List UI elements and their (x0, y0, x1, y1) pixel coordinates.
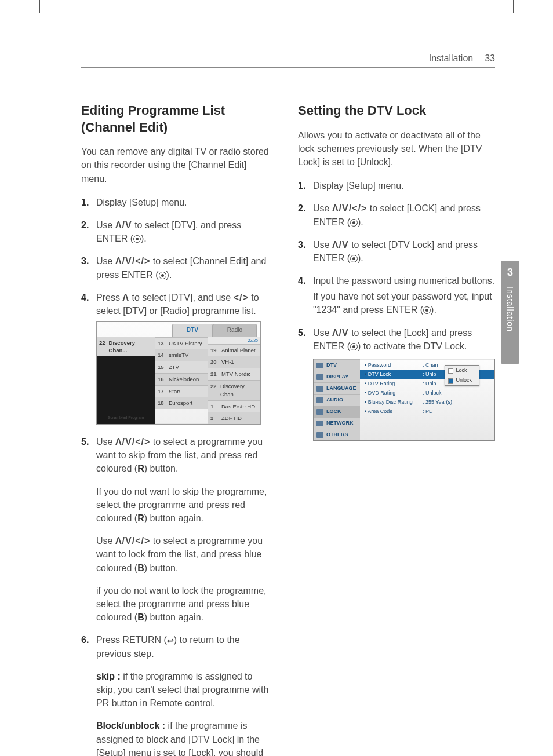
list-item: 19Animal Planet (208, 344, 260, 356)
left-step-1: Display [Setup] menu. (81, 196, 270, 209)
left-heading: Editing Programme List (Channel Edit) (81, 103, 270, 136)
right-heading: Setting the DTV Lock (298, 103, 495, 119)
arrows-icon: Λ/V (115, 220, 132, 230)
arrows-icon: Λ/V/</> (115, 256, 150, 266)
left-step-6: Press RETURN (↩) to return to the previo… (81, 633, 270, 756)
list-item: 13UKTV History (155, 337, 208, 349)
return-icon: ↩ (167, 635, 174, 647)
menu-item: LOCK (314, 406, 360, 417)
list-item: 18Eurosport (155, 397, 208, 409)
enter-icon (350, 343, 358, 350)
list-item: 22Discovery Chan... (208, 380, 260, 400)
enter-icon (423, 306, 431, 314)
fig1-list-b: 22/25 19Animal Planet20VH-121MTV Nordic2… (208, 337, 260, 425)
fig1-preview: 22 Discovery Chan... Scrambled Program (97, 337, 155, 425)
enter-icon (159, 272, 166, 279)
list-item: 1Das Erste HD (208, 400, 260, 412)
list-item: 17Star! (155, 385, 208, 397)
left-steps: Display [Setup] menu. Use Λ/V to select … (81, 196, 270, 756)
page-header: Installation 33 (81, 53, 495, 68)
arrows-icon: Λ/V/</> (115, 437, 150, 447)
left-column: Editing Programme List (Channel Edit) Yo… (81, 103, 270, 756)
list-item: 16Nickelodeon (155, 373, 208, 385)
side-tab-number: 3 (501, 261, 519, 279)
right-steps: Display [Setup] menu. Use Λ/V/</> to sel… (298, 179, 495, 441)
list-item: 20VH-1 (208, 356, 260, 368)
right-step-1: Display [Setup] menu. (298, 179, 495, 192)
left-step-4: Press Λ to select [DTV], and use </> to … (81, 291, 270, 425)
list-item: 15ZTV (155, 361, 208, 373)
dtv-lock-figure: DTVDISPLAYLANGUAGEAUDIOLOCKNETWORKOTHERS… (313, 359, 495, 441)
page-number: 33 (485, 53, 495, 64)
arrows-icon: Λ/V/</> (332, 203, 367, 213)
enter-icon (133, 235, 141, 243)
fig2-menu: DTVDISPLAYLANGUAGEAUDIOLOCKNETWORKOTHERS (314, 359, 360, 440)
page: Installation 33 Editing Programme List (… (0, 0, 553, 756)
menu-item: AUDIO (314, 394, 360, 406)
fig1-tab-dtv: DTV (172, 324, 213, 337)
arrows-icon: Λ/V (332, 328, 349, 338)
option-row: Area Code: PL (360, 407, 494, 416)
up-arrow-icon: Λ (122, 293, 129, 302)
right-column: Setting the DTV Lock Allows you to activ… (298, 103, 495, 756)
menu-item: LANGUAGE (314, 382, 360, 394)
enter-icon (350, 255, 358, 262)
menu-item: DTV (314, 359, 360, 371)
fig1-list-a: 13UKTV History14smileTV15ZTV16Nickelodeo… (155, 337, 208, 425)
leftright-arrow-icon: </> (234, 293, 249, 302)
option-row: Blu-ray Disc Rating: 255 Year(s) (360, 397, 494, 407)
left-step-2: Use Λ/V to select [DTV], and press ENTER… (81, 218, 270, 245)
enter-icon (350, 219, 358, 227)
right-step-2: Use Λ/V/</> to select [LOCK] and press E… (298, 202, 495, 228)
right-intro: Allows you to activate or deactivate all… (298, 129, 495, 169)
menu-item: DISPLAY (314, 371, 360, 382)
list-item: 14smileTV (155, 349, 208, 361)
side-tab-label: Installation (505, 286, 515, 332)
left-step-3: Use Λ/V/</> to select [Channel Edit] and… (81, 254, 270, 281)
left-step-5: Use Λ/V/</> to select a programme you wa… (81, 435, 270, 624)
right-step-4: Input the password using numerical butto… (298, 274, 495, 317)
fig1-tab-radio: Radio (213, 324, 257, 337)
right-step-5: Use Λ/V to select the [Lock] and press E… (298, 326, 495, 441)
fig2-popup: Lock Unlock (445, 365, 479, 386)
menu-item: NETWORK (314, 417, 360, 429)
list-item: 2ZDF HD (208, 412, 260, 424)
left-intro: You can remove any digital TV or radio s… (81, 145, 270, 185)
menu-item: OTHERS (314, 429, 360, 440)
list-item: 21MTV Nordic (208, 368, 260, 380)
popup-lock: Lock (445, 366, 479, 375)
popup-unlock: Unlock (445, 375, 479, 385)
option-row: DVD Rating: Unlock (360, 388, 494, 397)
right-step-3: Use Λ/V to select [DTV Lock] and press E… (298, 238, 495, 265)
side-tab: 3 Installation (501, 261, 519, 364)
header-section: Installation (429, 53, 474, 64)
channel-edit-figure: DTV Radio 22 Discovery Chan... Scrambled… (96, 321, 261, 425)
arrows-icon: Λ/V/</> (115, 536, 150, 546)
arrows-icon: Λ/V (332, 240, 349, 250)
